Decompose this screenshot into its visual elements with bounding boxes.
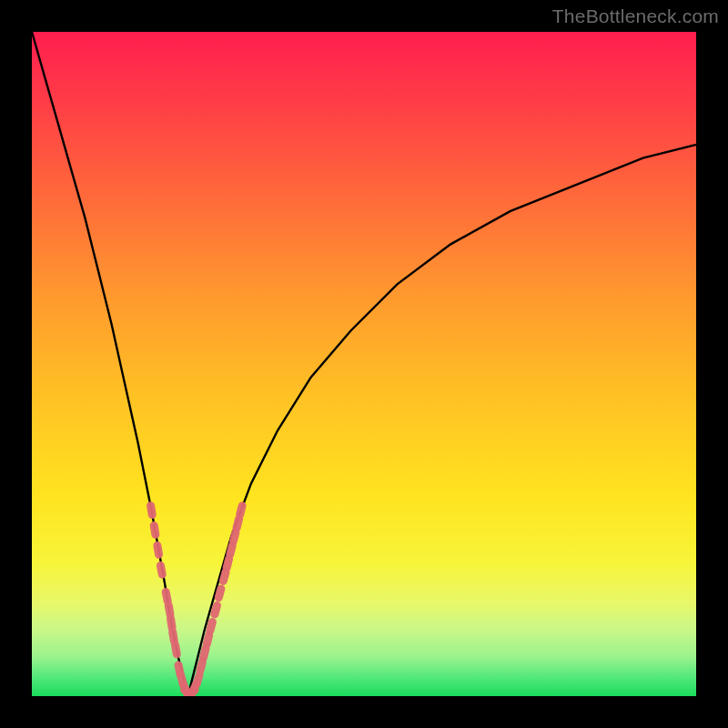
accent-bead bbox=[237, 519, 238, 528]
accent-bead bbox=[157, 545, 159, 554]
accent-bead bbox=[176, 645, 177, 654]
accent-bead bbox=[233, 532, 235, 541]
accent-bead bbox=[207, 635, 208, 644]
accent-bead bbox=[223, 572, 226, 581]
accent-bead bbox=[151, 506, 153, 515]
watermark-text: TheBottleneck.com bbox=[552, 5, 719, 27]
accent-bead bbox=[173, 632, 175, 641]
accent-bead bbox=[168, 605, 170, 614]
accent-bead bbox=[160, 565, 162, 574]
curve-lines bbox=[32, 32, 696, 696]
accent-bead bbox=[230, 546, 232, 555]
accent-bead bbox=[218, 589, 221, 598]
curve-right-branch bbox=[188, 145, 696, 696]
chart-svg bbox=[32, 32, 696, 696]
accent-bead bbox=[197, 675, 199, 684]
accent-bead bbox=[166, 592, 167, 602]
accent-bead bbox=[210, 622, 213, 632]
accent-bead bbox=[240, 506, 242, 515]
accent-bead bbox=[171, 619, 172, 628]
accent-bead bbox=[204, 649, 206, 658]
plot-area bbox=[32, 32, 696, 696]
accent-markers bbox=[151, 506, 243, 696]
chart-frame: TheBottleneck.com bbox=[0, 0, 728, 728]
accent-bead bbox=[154, 526, 156, 535]
accent-bead bbox=[227, 559, 228, 568]
accent-bead bbox=[200, 662, 202, 671]
accent-bead bbox=[215, 605, 217, 614]
